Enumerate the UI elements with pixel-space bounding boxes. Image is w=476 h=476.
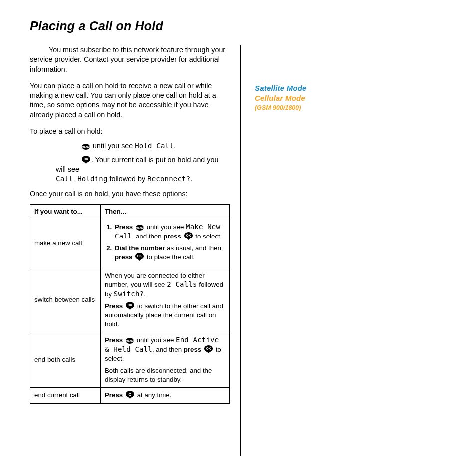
step-2-text-a: . Your current call is put on hold and y…	[56, 156, 218, 173]
sidebar-column: Satellite Mode Cellular Mode (GSM 900/18…	[252, 45, 452, 456]
row-want: switch between calls	[30, 268, 101, 332]
step-1-text-mid: until you see	[91, 142, 135, 150]
txt: , and then	[152, 346, 184, 353]
period-1: .	[174, 142, 176, 150]
cell-paragraph: Press C at any time.	[105, 391, 225, 400]
ok-icon: OK	[135, 253, 144, 261]
lcd-2-calls: 2 Calls	[167, 280, 197, 288]
menu-icon: MENU	[126, 338, 134, 344]
lcd-reconnect: Reconnect?	[147, 175, 190, 183]
press-bold: press	[115, 253, 134, 261]
dial-bold: Dial the number	[115, 244, 165, 252]
svg-text:OK: OK	[137, 254, 142, 258]
options-intro: Once your call is on hold, you have thes…	[30, 189, 230, 199]
lcd-call-holding: Call Holding	[56, 175, 108, 183]
txt: at any time.	[135, 391, 171, 399]
manual-page: Placing a Call on Hold You must subscrib…	[0, 0, 476, 476]
row-then: Press C at any time.	[101, 387, 230, 403]
step-2-text-b: followed by	[108, 175, 147, 183]
svg-text:OK: OK	[128, 304, 133, 307]
press-bold: Press	[105, 336, 125, 344]
svg-text:MENU: MENU	[126, 339, 134, 342]
cell-paragraph: Both calls are disconnected, and the dis…	[105, 366, 225, 384]
row-then: Press MENU until you see Make New Call, …	[101, 219, 230, 268]
list-item: Press MENU until you see Make New Call, …	[114, 222, 225, 241]
row-want: end both calls	[30, 332, 101, 388]
step-1: MENU until you see Hold Call.	[56, 141, 230, 151]
press-bold: Press	[115, 223, 135, 231]
list-item: Dial the number as usual, and then press…	[114, 244, 225, 262]
lcd-switch: Switch?	[114, 290, 144, 298]
press-bold: press	[163, 233, 183, 240]
svg-text:MENU: MENU	[82, 146, 90, 149]
main-column: You must subscribe to this network featu…	[30, 45, 230, 456]
press-bold: Press	[105, 302, 125, 310]
options-table: If you want to... Then... make a new cal…	[30, 204, 230, 404]
body-paragraph-1: You can place a call on hold to receive …	[30, 81, 230, 120]
table-header-want: If you want to...	[30, 204, 101, 219]
table-header-then: Then...	[101, 204, 230, 219]
mode-gsm: (GSM 900/1800)	[255, 104, 452, 113]
press-bold: press	[184, 346, 203, 353]
svg-text:OK: OK	[206, 347, 211, 350]
txt: , and then	[132, 233, 164, 240]
row-want: make a new call	[30, 219, 101, 268]
mode-cellular: Cellular Mode	[255, 93, 452, 103]
txt: to select.	[194, 233, 222, 240]
table-row: end current call Press C at any time.	[30, 387, 230, 403]
txt: to place the call.	[145, 253, 195, 261]
txt: until you see	[135, 336, 176, 344]
txt: until you see	[145, 223, 186, 231]
menu-icon: MENU	[82, 144, 90, 150]
table-row: end both calls Press MENU until you see …	[30, 332, 230, 388]
page-title: Placing a Call on Hold	[30, 19, 452, 33]
intro-paragraph: You must subscribe to this network featu…	[30, 45, 230, 74]
two-column-layout: You must subscribe to this network featu…	[30, 45, 452, 456]
svg-text:MENU: MENU	[136, 226, 144, 229]
row-want: end current call	[30, 387, 101, 403]
step-2: OK . Your current call is put on hold an…	[56, 155, 230, 184]
table-row: switch between calls When you are connec…	[30, 268, 230, 332]
table-row: make a new call Press MENU until you see…	[30, 219, 230, 268]
menu-icon: MENU	[136, 225, 144, 231]
svg-text:C: C	[129, 392, 132, 396]
cell-paragraph: Press OK to switch to the other call and…	[105, 302, 225, 329]
svg-text:OK: OK	[186, 234, 191, 237]
svg-text:OK: OK	[84, 157, 89, 161]
row-then: When you are connected to either number,…	[101, 268, 230, 332]
lcd-hold-call: Hold Call	[135, 142, 174, 150]
c-icon: C	[126, 391, 134, 399]
period-2: .	[190, 175, 192, 183]
ok-icon: OK	[82, 156, 90, 164]
ok-icon: OK	[204, 345, 213, 353]
txt: .	[144, 290, 146, 298]
cell-paragraph: When you are connected to either number,…	[105, 271, 225, 299]
cell-paragraph: Press MENU until you see End Active & He…	[105, 335, 225, 363]
place-on-hold-prompt: To place a call on hold:	[30, 127, 230, 136]
ok-icon: OK	[126, 302, 134, 310]
table-header-row: If you want to... Then...	[30, 204, 230, 219]
row-then: Press MENU until you see End Active & He…	[101, 332, 230, 388]
column-divider	[240, 45, 241, 456]
txt: as usual, and then	[165, 244, 221, 252]
press-bold: Press	[105, 391, 125, 399]
mode-satellite: Satellite Mode	[255, 83, 452, 93]
ok-icon: OK	[184, 232, 193, 240]
